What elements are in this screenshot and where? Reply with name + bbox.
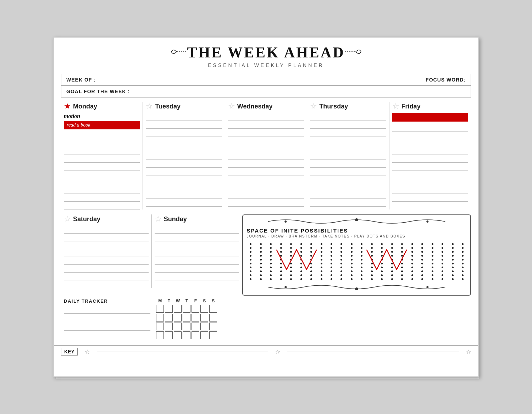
dot bbox=[351, 278, 353, 280]
grid-cell[interactable] bbox=[183, 305, 190, 313]
dot bbox=[462, 251, 464, 253]
grid-cell[interactable] bbox=[174, 314, 182, 321]
grid-cell[interactable] bbox=[174, 305, 182, 313]
footer-star-right-icon: ☆ bbox=[466, 348, 471, 355]
dot bbox=[421, 270, 423, 272]
grid-cell[interactable] bbox=[192, 305, 199, 313]
dot bbox=[361, 247, 362, 249]
day-line bbox=[310, 136, 386, 144]
day-line bbox=[146, 136, 222, 144]
dot bbox=[411, 255, 413, 257]
grid-cell[interactable] bbox=[209, 323, 217, 330]
grid-cell[interactable] bbox=[165, 323, 173, 330]
grid-cell[interactable] bbox=[192, 323, 199, 330]
dot bbox=[270, 247, 272, 249]
grid-cell[interactable] bbox=[165, 305, 173, 313]
grid-cell[interactable] bbox=[183, 314, 190, 321]
day-line bbox=[392, 170, 468, 178]
day-line bbox=[310, 113, 386, 121]
day-line bbox=[310, 160, 386, 168]
dot bbox=[331, 267, 332, 268]
dot bbox=[401, 263, 403, 264]
dot bbox=[300, 267, 302, 268]
dot bbox=[361, 267, 362, 268]
dot bbox=[401, 274, 403, 276]
day-line bbox=[228, 113, 304, 121]
dot bbox=[371, 270, 373, 272]
dot bbox=[340, 259, 342, 261]
dot bbox=[381, 247, 383, 249]
dot bbox=[351, 243, 353, 245]
dot bbox=[250, 247, 251, 249]
dot bbox=[290, 267, 292, 268]
day-line bbox=[310, 199, 386, 207]
thursday-col: ☆Thursday bbox=[307, 102, 389, 209]
grid-cell[interactable] bbox=[192, 331, 199, 339]
dot bbox=[280, 243, 282, 245]
day-line bbox=[310, 183, 386, 191]
dot bbox=[432, 243, 433, 245]
grid-cell[interactable] bbox=[174, 331, 182, 339]
grid-cell[interactable] bbox=[156, 331, 164, 339]
day-line bbox=[64, 170, 140, 178]
grid-cell[interactable] bbox=[165, 331, 173, 339]
grid-cell[interactable] bbox=[165, 314, 173, 321]
dot bbox=[462, 243, 464, 245]
day-line bbox=[64, 280, 149, 288]
dot bbox=[300, 259, 302, 261]
grid-row bbox=[156, 305, 243, 313]
day-line bbox=[146, 168, 222, 175]
day-line bbox=[64, 178, 140, 186]
grid-cell[interactable] bbox=[209, 314, 217, 321]
grid-cell[interactable] bbox=[209, 305, 217, 313]
dot bbox=[361, 259, 362, 261]
grid-day-label: T bbox=[165, 298, 173, 303]
grid-days-header: MTWTFSS bbox=[156, 298, 243, 303]
footer-divider-right bbox=[287, 352, 459, 352]
friday-header: ☆Friday bbox=[392, 102, 468, 112]
grid-cell[interactable] bbox=[192, 314, 199, 321]
dot bbox=[310, 251, 312, 253]
grid-cell[interactable] bbox=[209, 331, 217, 339]
grid-cell[interactable] bbox=[156, 314, 164, 321]
tracker-line bbox=[64, 306, 150, 314]
grid-cell[interactable] bbox=[200, 314, 208, 321]
dot bbox=[432, 255, 433, 257]
grid-cell[interactable] bbox=[183, 331, 190, 339]
dot bbox=[462, 267, 464, 268]
grid-cell[interactable] bbox=[200, 305, 208, 313]
day-line bbox=[146, 129, 222, 136]
dot bbox=[401, 251, 403, 253]
day-line bbox=[64, 257, 149, 265]
dot bbox=[391, 278, 393, 280]
grid-cell[interactable] bbox=[183, 323, 190, 330]
dot bbox=[401, 243, 403, 245]
dot bbox=[331, 251, 332, 253]
grid-cell[interactable] bbox=[200, 323, 208, 330]
dot bbox=[442, 267, 443, 268]
grid-cell[interactable] bbox=[174, 323, 182, 330]
tracker-grid-col: MTWTFSS bbox=[153, 298, 245, 339]
dot bbox=[280, 267, 282, 268]
dot bbox=[300, 247, 302, 249]
dot bbox=[300, 274, 302, 276]
dot bbox=[411, 270, 413, 272]
day-line bbox=[228, 129, 304, 136]
svg-point-3 bbox=[285, 220, 287, 223]
dot bbox=[401, 270, 403, 272]
dot bbox=[280, 251, 282, 253]
dot bbox=[452, 255, 454, 257]
dot bbox=[452, 267, 454, 268]
grid-cell[interactable] bbox=[156, 323, 164, 330]
dot bbox=[321, 270, 322, 272]
day-line bbox=[310, 175, 386, 183]
dot bbox=[391, 247, 393, 249]
grid-cell[interactable] bbox=[200, 331, 208, 339]
dot bbox=[421, 263, 423, 264]
dot bbox=[331, 255, 332, 257]
dot bbox=[442, 274, 443, 276]
wednesday-header: ☆Wednesday bbox=[228, 102, 304, 112]
day-line bbox=[64, 249, 149, 257]
dot bbox=[442, 251, 443, 253]
grid-cell[interactable] bbox=[156, 305, 164, 313]
